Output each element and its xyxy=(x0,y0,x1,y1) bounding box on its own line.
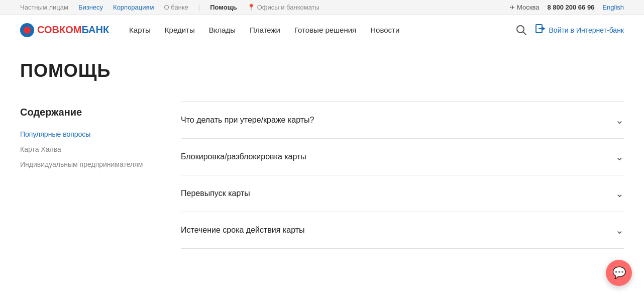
main-nav: СОВКОМБАНК Карты Кредиты Вклады Платежи … xyxy=(0,15,644,45)
top-bar-бизнесу[interactable]: Бизнесу xyxy=(78,4,103,11)
chevron-down-icon-3: ⌄ xyxy=(615,187,624,200)
top-bar-частным[interactable]: Частным лицам xyxy=(20,4,68,11)
faq-question-1: Что делать при утере/краже карты? xyxy=(181,116,314,125)
top-bar-right: ✈ Москва 8 800 200 66 96 English xyxy=(510,4,624,11)
top-bar-left: Частным лицам Бизнесу Корпорациям О банк… xyxy=(20,4,500,11)
nav-platezhi[interactable]: Платежи xyxy=(250,26,280,34)
faq-item-2[interactable]: Блокировка/разблокировка карты ⌄ xyxy=(181,139,624,175)
faq-item-4[interactable]: Истечение срока действия карты ⌄ xyxy=(181,212,624,249)
page-title: ПОМОЩЬ xyxy=(20,60,624,81)
nav-karty[interactable]: Карты xyxy=(129,26,151,34)
nav-kredity[interactable]: Кредиты xyxy=(165,26,195,34)
location-icon: 📍 xyxy=(247,4,255,11)
top-bar-о-банке[interactable]: О банке xyxy=(164,4,188,11)
top-bar-offices-label[interactable]: Офисы и банкоматы xyxy=(257,4,319,11)
nav-vklady[interactable]: Вклады xyxy=(209,26,236,34)
sidebar: Содержание Популярные вопросы Карта Халв… xyxy=(20,102,151,249)
top-bar-помощь[interactable]: Помощь xyxy=(210,4,237,11)
top-bar-offices[interactable]: 📍 Офисы и банкоматы xyxy=(247,4,319,11)
search-button[interactable] xyxy=(516,25,527,36)
chevron-down-icon-4: ⌄ xyxy=(615,224,624,236)
logo-text-sovc: СОВКОМ xyxy=(37,24,81,36)
search-icon xyxy=(516,25,527,36)
sidebar-links: Популярные вопросы Карта Халва Индивидуа… xyxy=(20,130,151,168)
sidebar-link-ip[interactable]: Индивидуальным предпринимателям xyxy=(20,160,151,168)
logo-text-bank: БАНК xyxy=(81,24,109,36)
city-name: Москва xyxy=(517,4,539,11)
svg-line-1 xyxy=(523,32,526,35)
login-button[interactable]: Войти в Интернет-банк xyxy=(535,23,624,37)
nav-right: Войти в Интернет-банк xyxy=(516,23,624,37)
sidebar-title: Содержание xyxy=(20,107,151,118)
top-bar-location: ✈ Москва xyxy=(510,4,539,11)
nav-gotovye[interactable]: Готовые решения xyxy=(294,26,356,34)
faq-question-2: Блокировка/разблокировка карты xyxy=(181,152,306,161)
chat-icon: 💬 xyxy=(612,266,626,269)
faq-item-1[interactable]: Что делать при утере/краже карты? ⌄ xyxy=(181,102,624,139)
signin-icon xyxy=(535,23,546,34)
faq-item-3[interactable]: Перевыпуск карты ⌄ xyxy=(181,175,624,212)
logo[interactable]: СОВКОМБАНК xyxy=(20,23,109,37)
sidebar-link-halva[interactable]: Карта Халва xyxy=(20,145,151,153)
phone-number[interactable]: 8 800 200 66 96 xyxy=(547,4,594,11)
sidebar-link-popular[interactable]: Популярные вопросы xyxy=(20,130,151,138)
nav-links: Карты Кредиты Вклады Платежи Готовые реш… xyxy=(129,26,515,34)
top-bar: Частным лицам Бизнесу Корпорациям О банк… xyxy=(0,0,644,15)
language-switcher[interactable]: English xyxy=(602,4,624,11)
logo-circle-icon xyxy=(20,23,34,37)
top-bar-корпорациям[interactable]: Корпорациям xyxy=(113,4,154,11)
content-area: Содержание Популярные вопросы Карта Халв… xyxy=(0,81,644,269)
chevron-down-icon-2: ⌄ xyxy=(615,151,624,163)
page-title-wrap: ПОМОЩЬ xyxy=(0,60,644,81)
chevron-down-icon-1: ⌄ xyxy=(615,114,624,126)
logo-inner-icon xyxy=(24,27,31,34)
top-bar-divider: | xyxy=(198,4,200,11)
nav-novosti[interactable]: Новости xyxy=(370,26,399,34)
geo-icon: ✈ xyxy=(510,4,515,11)
faq-question-4: Истечение срока действия карты xyxy=(181,226,305,235)
login-label: Войти в Интернет-банк xyxy=(549,26,624,34)
faq-area: Что делать при утере/краже карты? ⌄ Блок… xyxy=(181,102,624,249)
faq-question-3: Перевыпуск карты xyxy=(181,189,250,198)
login-icon xyxy=(535,23,546,37)
